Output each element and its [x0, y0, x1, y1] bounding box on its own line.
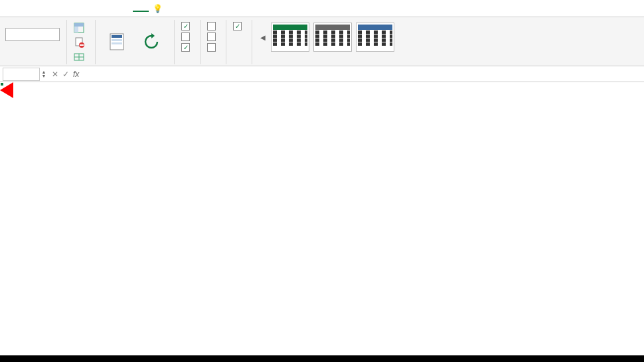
ribbon-tabs: 💡 — [0, 0, 644, 17]
group-table-styles: ◀ — [259, 20, 639, 64]
last-column-checkbox[interactable] — [207, 32, 219, 41]
formula-bar: ▲▼ ✕ ✓ fx — [0, 66, 644, 82]
group-style-options-3 — [233, 20, 252, 64]
tab-formulas[interactable] — [69, 6, 85, 11]
header-row-checkbox[interactable] — [181, 22, 193, 30]
svg-rect-11 — [112, 39, 122, 41]
svg-rect-12 — [112, 42, 122, 44]
styles-prev-button[interactable]: ◀ — [259, 24, 267, 50]
group-tools — [74, 20, 96, 64]
group-slicer-refresh — [102, 20, 175, 64]
tab-draw[interactable] — [37, 6, 53, 11]
filter-button-checkbox[interactable] — [233, 22, 245, 30]
checkbox-icon — [181, 22, 190, 30]
group-properties — [5, 20, 67, 64]
checkbox-icon — [207, 43, 216, 52]
svg-rect-10 — [112, 35, 122, 38]
summarise-pivot-button[interactable] — [74, 21, 88, 34]
refresh-icon — [141, 32, 161, 52]
tell-me[interactable]: 💡 — [153, 4, 163, 13]
name-box[interactable] — [3, 68, 40, 81]
tab-insert[interactable] — [21, 6, 37, 11]
convert-range-icon — [74, 52, 84, 62]
ribbon: ◀ — [0, 17, 644, 66]
cancel-formula-button[interactable]: ✕ — [52, 70, 58, 79]
bottom-border — [0, 355, 644, 362]
tab-view[interactable] — [117, 6, 133, 11]
tab-table[interactable] — [133, 5, 149, 12]
remove-duplicates-button[interactable] — [74, 36, 88, 49]
name-box-dropdown[interactable]: ▲▼ — [40, 70, 48, 78]
confirm-formula-button[interactable]: ✓ — [62, 70, 69, 79]
refresh-button[interactable] — [135, 23, 167, 62]
pivot-table-icon — [74, 23, 84, 33]
group-style-options-1 — [181, 20, 201, 64]
banded-rows-checkbox[interactable] — [181, 43, 193, 52]
fx-label[interactable]: fx — [73, 70, 79, 79]
checkbox-icon — [207, 22, 216, 30]
first-column-checkbox[interactable] — [207, 22, 219, 30]
table-style-green[interactable] — [271, 23, 309, 52]
checkbox-icon — [181, 32, 190, 41]
tab-home[interactable] — [5, 6, 21, 11]
svg-marker-13 — [151, 33, 155, 38]
checkbox-icon — [181, 43, 190, 52]
selection-marquee — [0, 82, 3, 85]
table-style-blue[interactable] — [356, 23, 394, 52]
banded-columns-checkbox[interactable] — [207, 43, 219, 52]
checkbox-icon — [233, 22, 242, 30]
total-row-checkbox[interactable] — [181, 32, 193, 41]
convert-to-range-button[interactable] — [74, 50, 88, 64]
remove-duplicates-icon — [74, 37, 84, 48]
tab-data[interactable] — [85, 6, 101, 11]
tab-page-layout[interactable] — [53, 6, 69, 11]
svg-rect-2 — [74, 23, 84, 27]
worksheet[interactable] — [0, 82, 644, 362]
svg-rect-5 — [80, 44, 84, 46]
table-name-input[interactable] — [5, 28, 60, 41]
table-style-gray[interactable] — [313, 23, 352, 52]
insert-slicer-button[interactable] — [102, 23, 134, 62]
slicer-icon — [108, 32, 128, 52]
checkbox-icon — [207, 32, 216, 41]
group-style-options-2 — [207, 20, 226, 64]
tab-review[interactable] — [101, 6, 117, 11]
